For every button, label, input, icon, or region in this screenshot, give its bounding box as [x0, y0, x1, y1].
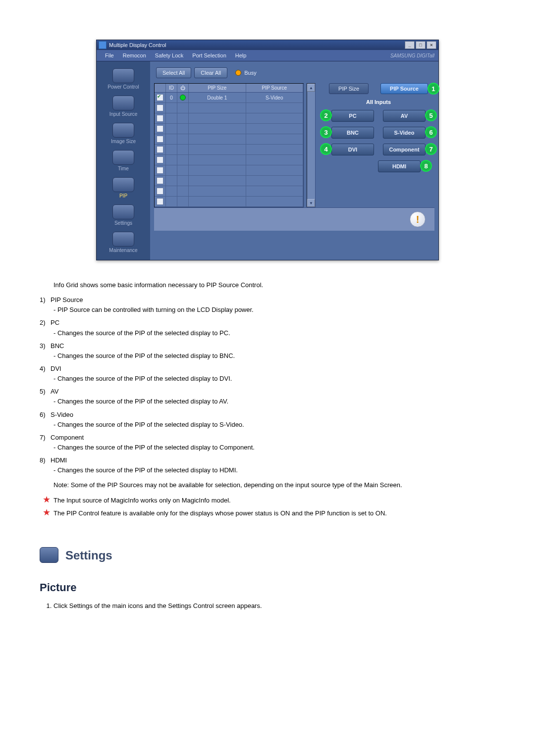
table-row[interactable] — [155, 186, 303, 197]
sidebar-item-label: Power Control — [107, 84, 139, 90]
button-label: Component — [389, 147, 419, 152]
grid-scrollbar[interactable]: ▲ ▼ — [307, 83, 316, 207]
menu-port-selection[interactable]: Port Selection — [188, 50, 230, 61]
minimize-button[interactable]: _ — [405, 41, 415, 49]
cell-source — [246, 103, 304, 113]
item-desc: - Changes the source of the PIP of the s… — [40, 351, 495, 361]
item-desc: - Changes the source of the PIP of the s… — [40, 420, 495, 430]
table-row[interactable] — [155, 176, 303, 186]
scroll-up-icon[interactable]: ▲ — [307, 84, 315, 92]
row-checkbox[interactable] — [157, 177, 163, 184]
table-row[interactable] — [155, 103, 303, 113]
close-button[interactable]: × — [427, 41, 436, 49]
row-checkbox[interactable] — [157, 104, 163, 111]
row-checkbox[interactable] — [157, 156, 163, 163]
item-number: 6) — [40, 410, 51, 420]
cell-source: S-Video — [246, 93, 304, 102]
table-row[interactable]: 0Double 1S-Video — [155, 93, 303, 103]
main-panel: Select All Clear All Busy ID ⏻ PIP Size … — [150, 61, 438, 260]
callout-1: 1 — [428, 83, 439, 95]
item-desc: - PIP Source can be controlled with turn… — [40, 305, 495, 315]
sidebar-item-time[interactable]: Time — [101, 148, 146, 173]
settings-heading: Settings — [40, 546, 495, 564]
sidebar-item-label: Image Size — [111, 139, 136, 144]
cell-power — [177, 93, 189, 102]
row-checkbox[interactable] — [157, 94, 163, 101]
all-inputs-label: All Inputs — [322, 99, 434, 105]
callout-3: 3 — [320, 126, 332, 138]
table-row[interactable] — [155, 134, 303, 145]
row-checkbox[interactable] — [157, 125, 163, 132]
cell-source — [246, 165, 304, 175]
callout-2: 2 — [320, 109, 332, 121]
pc-button[interactable]: 2PC — [331, 110, 374, 122]
sidebar-item-power-control[interactable]: Power Control — [101, 66, 146, 92]
menu-remocon[interactable]: Remocon — [118, 50, 151, 61]
cell-id — [166, 124, 177, 134]
select-all-button[interactable]: Select All — [156, 67, 191, 78]
cell-size — [189, 197, 246, 206]
window-controls: _ □ × — [405, 41, 436, 49]
row-checkbox[interactable] — [157, 167, 163, 174]
cell-power — [177, 113, 189, 123]
table-row[interactable] — [155, 145, 303, 155]
menu-safety-lock[interactable]: Safety Lock — [151, 50, 188, 61]
hdmi-button[interactable]: HDMI8 — [378, 160, 421, 172]
sidebar: Power Control Input Source Image Size Ti… — [97, 61, 150, 260]
table-row[interactable] — [155, 165, 303, 176]
clear-all-button[interactable]: Clear All — [194, 67, 227, 78]
row-checkbox[interactable] — [157, 198, 163, 205]
star-note-1: ★The Input source of MagicInfo works onl… — [40, 496, 495, 505]
row-checkbox[interactable] — [157, 115, 163, 122]
app-title: Multiple Display Control — [109, 42, 166, 48]
tab-label: PIP Source — [390, 86, 419, 92]
item-title: BNC — [51, 342, 64, 350]
grid-header-size: PIP Size — [189, 84, 246, 92]
menu-help[interactable]: Help — [231, 50, 251, 61]
dvi-button[interactable]: 4DVI — [331, 144, 374, 155]
sidebar-item-settings[interactable]: Settings — [101, 202, 146, 228]
table-row[interactable] — [155, 124, 303, 134]
row-checkbox[interactable] — [157, 188, 163, 195]
av-button[interactable]: AV5 — [383, 110, 426, 122]
item-title: PIP Source — [51, 296, 83, 303]
cell-power — [177, 145, 189, 154]
scroll-down-icon[interactable]: ▼ — [307, 199, 315, 207]
button-label: PC — [349, 113, 356, 119]
maximize-button[interactable]: □ — [416, 41, 426, 49]
table-row[interactable] — [155, 113, 303, 124]
sidebar-item-pip[interactable]: PIP — [101, 175, 146, 201]
sidebar-item-image-size[interactable]: Image Size — [101, 121, 146, 146]
component-button[interactable]: Component7 — [383, 144, 426, 155]
row-checkbox[interactable] — [157, 146, 163, 153]
cell-source — [246, 113, 304, 123]
table-row[interactable] — [155, 197, 303, 207]
numbered-list: 1)PIP Source- PIP Source can be controll… — [40, 295, 495, 475]
cell-size: Double 1 — [189, 93, 246, 102]
cell-source — [246, 134, 304, 144]
item-desc: - Changes the source of the PIP of the s… — [40, 465, 495, 475]
document-body: Info Grid shows some basic information n… — [40, 280, 495, 611]
bnc-button[interactable]: 3BNC — [331, 127, 374, 139]
cell-size — [189, 134, 246, 144]
s-video-button[interactable]: S-Video6 — [383, 127, 426, 139]
maintenance-icon — [112, 232, 134, 247]
item-desc: - Changes the source of the PIP of the s… — [40, 443, 495, 453]
item-number: 2) — [40, 318, 51, 328]
grid-header-power-icon: ⏻ — [177, 84, 189, 92]
row-checkbox[interactable] — [157, 136, 163, 143]
sidebar-item-input-source[interactable]: Input Source — [101, 94, 146, 119]
item-number: 8) — [40, 455, 51, 465]
table-row[interactable] — [155, 155, 303, 165]
sidebar-item-maintenance[interactable]: Maintenance — [101, 230, 146, 255]
menu-file[interactable]: File — [101, 50, 118, 61]
list-item: 4)DVI- Changes the source of the PIP of … — [40, 364, 495, 384]
tab-pip-size[interactable]: PIP Size — [329, 83, 369, 94]
busy-dot-icon — [235, 70, 241, 76]
grid-header-id: ID — [166, 84, 177, 92]
info-grid: ID ⏻ PIP Size PIP Source 0Double 1S-Vide… — [154, 83, 304, 207]
item-title: PC — [51, 319, 59, 326]
item-desc: - Changes the source of the PIP of the s… — [40, 374, 495, 384]
cell-id — [166, 197, 177, 206]
tab-pip-source[interactable]: PIP Source 1 — [380, 83, 428, 94]
